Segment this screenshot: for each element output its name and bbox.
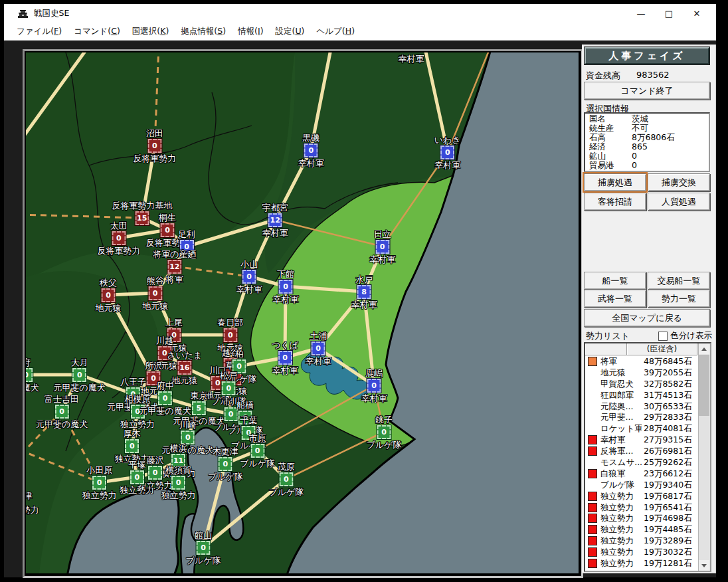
power-row[interactable]: 将軍48万6845石 — [585, 355, 696, 367]
action-button-2[interactable]: 捕虜交換 — [648, 173, 710, 191]
menu-item[interactable]: 設定(U) — [270, 24, 311, 39]
map-node-troops[interactable]: 0 — [312, 341, 325, 355]
scroll-down-button[interactable] — [699, 560, 709, 571]
map-node-owner: 反将軍勢力 — [133, 153, 176, 163]
map-node-troops[interactable]: 5 — [192, 401, 206, 415]
map-node-name: 木更津 — [213, 446, 238, 456]
power-row[interactable]: ブルゲ隊19万9340石 — [585, 479, 696, 490]
strategic-map[interactable]: 沼田0反将軍勢力黒磯0幸村軍いわき0幸村軍反将軍勢力基地15太田0反将軍勢力桐生… — [25, 52, 579, 574]
power-row[interactable]: 独立勢力19万6541石 — [585, 502, 696, 513]
map-node-troops[interactable]: 0 — [223, 328, 237, 342]
power-row[interactable]: 元陸奥...30万6533石 — [585, 401, 696, 412]
power-list-header-blank[interactable] — [585, 343, 627, 355]
maximize-button[interactable]: □ — [655, 4, 683, 23]
map-node-troops[interactable]: 0 — [197, 541, 211, 555]
menu-item[interactable]: ヘルプ(H) — [310, 24, 361, 39]
menu-item[interactable]: 情報(I) — [232, 24, 269, 39]
menu-item[interactable]: 拠点情報(S) — [175, 24, 232, 39]
map-node-troops[interactable]: 0 — [171, 476, 185, 490]
map-node-troops[interactable]: 0 — [125, 439, 139, 453]
power-row[interactable]: 独立勢力19万6817石 — [585, 490, 696, 502]
power-row[interactable]: 地元猿39万2055石 — [585, 367, 696, 378]
country-info-row: 国名茨城 — [589, 114, 709, 123]
map-node-troops[interactable]: 0 — [158, 391, 172, 405]
map-node-troops[interactable]: 0 — [279, 472, 293, 486]
list-button-4[interactable]: 勢力一覧 — [648, 290, 710, 308]
map-node-troops[interactable]: 12 — [167, 260, 181, 274]
power-row[interactable]: 反将軍...26万6981石 — [585, 445, 696, 456]
power-list-scrollbar[interactable] — [698, 343, 710, 571]
map-node-troops[interactable]: 0 — [242, 270, 256, 284]
map-node-troops[interactable]: 0 — [147, 139, 161, 153]
map-node-troops[interactable]: 0 — [440, 146, 454, 159]
power-row[interactable]: 甲賀忍犬32万8582石 — [585, 378, 696, 389]
power-row[interactable]: 独立勢力19万3032石 — [585, 546, 696, 557]
action-button-1[interactable]: 捕虜処遇 — [584, 173, 646, 191]
map-node-name: 所沢 — [145, 361, 162, 371]
map-node-troops[interactable]: 8 — [357, 285, 371, 299]
back-to-national-map-button[interactable]: 全国マップに戻る — [584, 309, 710, 327]
map-node-name: 春日部 — [217, 318, 243, 328]
action-button-3[interactable]: 客将招請 — [584, 193, 646, 211]
map-node-troops[interactable]: 0 — [375, 240, 389, 254]
power-row[interactable]: 独立勢力19万4485石 — [585, 524, 696, 535]
map-node-troops[interactable]: 0 — [92, 476, 106, 490]
map-node-name: 川越 — [156, 336, 173, 345]
menu-item[interactable]: コマンド(C) — [68, 24, 126, 39]
power-row[interactable]: 幸村軍27万9315石 — [585, 434, 696, 445]
map-node-troops[interactable]: 0 — [219, 457, 232, 471]
map-node-troops[interactable]: 0 — [160, 223, 174, 237]
power-row[interactable]: 独立勢力19万4698石 — [585, 512, 696, 524]
map-node-troops[interactable]: 0 — [279, 280, 293, 294]
map-node-troops[interactable]: 0 — [278, 351, 292, 365]
menu-item[interactable]: ファイル(F) — [11, 24, 68, 39]
map-node-troops[interactable]: 0 — [148, 286, 162, 300]
map-node-troops[interactable]: 0 — [130, 470, 144, 484]
map-node-troops[interactable]: 0 — [101, 288, 115, 302]
faction-koku: 28万4081石 — [644, 423, 692, 435]
map-node-owner: 幸村軍 — [273, 294, 299, 304]
country-info-row: 石高8万6806石 — [589, 132, 709, 142]
map-node-name: 小田原 — [86, 465, 112, 475]
power-row[interactable]: モスムサ...25万9262石 — [585, 456, 696, 468]
map-node-troops[interactable]: 12 — [268, 213, 282, 227]
scroll-up-button[interactable] — [699, 343, 709, 354]
map-node-troops[interactable]: 0 — [377, 425, 391, 439]
map-node-troops[interactable]: 0 — [25, 368, 33, 382]
power-row[interactable]: 独立勢力19万3289石 — [585, 535, 696, 546]
power-row[interactable]: 狂四郎軍31万4513石 — [585, 389, 696, 401]
map-node-troops[interactable]: 0 — [112, 231, 126, 245]
scrollbar-thumb[interactable] — [699, 355, 709, 416]
end-command-button[interactable]: コマンド終了 — [584, 82, 710, 100]
map-node-troops[interactable]: 0 — [72, 368, 86, 382]
map-node: 小山0幸村軍 — [236, 259, 262, 294]
map-stray-label: 津 — [25, 491, 33, 501]
map-node-troops[interactable]: 0 — [304, 144, 318, 157]
map-node-troops[interactable]: 0 — [367, 379, 381, 393]
power-row[interactable]: ロケット軍28万4081石 — [585, 423, 696, 434]
menu-bar: ファイル(F)コマンド(C)国選択(K)拠点情報(S)情報(I)設定(U)ヘルプ… — [4, 23, 716, 41]
action-button-4[interactable]: 人質処遇 — [648, 193, 710, 211]
map-node-troops[interactable]: 0 — [250, 444, 264, 458]
list-button-2[interactable]: 交易船一覧 — [648, 272, 710, 290]
map-node-name: 水戸 — [355, 274, 373, 284]
faction-color-marker — [588, 525, 597, 534]
power-list: (臣従含) 将軍48万6845石地元猿39万2055石甲賀忍犬32万8582石狂… — [584, 342, 711, 572]
power-row[interactable]: 白狼軍23万6612石 — [585, 468, 696, 479]
faction-color-marker — [588, 469, 597, 478]
color-toggle-checkbox[interactable] — [658, 332, 668, 341]
map-node: 平塚0独立勢力 — [120, 460, 154, 495]
map-node-troops[interactable]: 16 — [177, 361, 191, 375]
map-node-name: 秩父 — [100, 278, 117, 288]
map-node-troops[interactable]: 0 — [55, 405, 69, 419]
list-button-3[interactable]: 武将一覧 — [584, 290, 646, 308]
power-row[interactable]: 独立勢力19万1281石 — [585, 557, 696, 569]
menu-item[interactable]: 国選択(K) — [126, 24, 175, 39]
map-node-owner: 反将軍勢力 — [97, 246, 140, 256]
power-row[interactable]: 元甲斐...29万2833石 — [585, 411, 696, 423]
color-toggle[interactable]: 色分け表示 — [658, 330, 712, 341]
minimize-button[interactable]: — — [627, 4, 655, 23]
power-list-header-koku[interactable]: (臣従含) — [627, 343, 697, 355]
list-button-1[interactable]: 船一覧 — [584, 272, 646, 290]
close-button[interactable]: ✕ — [683, 4, 711, 23]
